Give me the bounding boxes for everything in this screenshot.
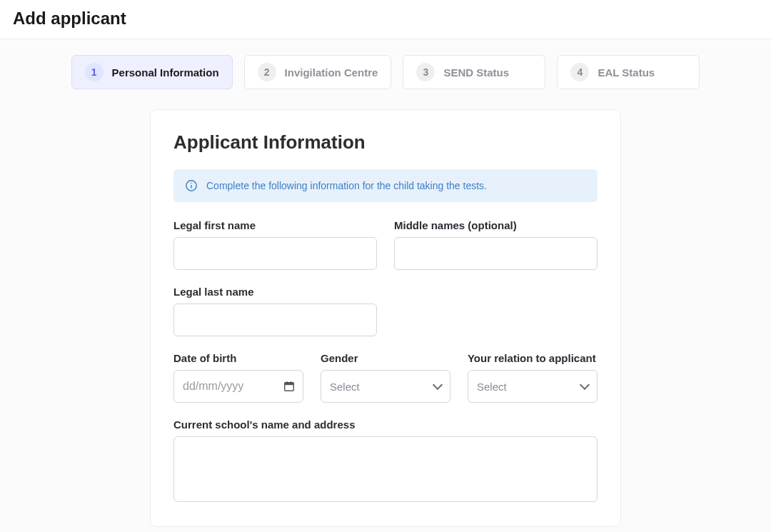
step-label: EAL Status	[598, 66, 655, 79]
relation-placeholder: Select	[477, 381, 507, 393]
svg-rect-4	[285, 383, 294, 386]
relation-label: Your relation to applicant	[468, 352, 598, 364]
last-name-label: Legal last name	[173, 286, 377, 298]
content-area: 1 Personal Information 2 Invigilation Ce…	[0, 39, 771, 532]
info-banner-text: Complete the following information for t…	[206, 180, 487, 191]
first-name-input[interactable]	[173, 237, 377, 270]
relation-select[interactable]: Select	[468, 370, 598, 403]
step-send-status[interactable]: 3 SEND Status	[403, 55, 545, 89]
step-eal-status[interactable]: 4 EAL Status	[557, 55, 700, 89]
step-label: Personal Information	[112, 66, 219, 79]
step-number-badge: 1	[85, 63, 104, 81]
step-label: SEND Status	[443, 66, 509, 79]
middle-names-input[interactable]	[394, 237, 598, 270]
step-personal-information[interactable]: 1 Personal Information	[71, 55, 233, 89]
step-label: Invigilation Centre	[285, 66, 378, 79]
dob-input[interactable]: dd/mm/yyyy	[173, 370, 303, 403]
dob-label: Date of birth	[173, 352, 303, 364]
card-title: Applicant Information	[173, 131, 598, 154]
chevron-down-icon	[433, 380, 443, 390]
applicant-form-card: Applicant Information Complete the follo…	[150, 109, 621, 527]
gender-placeholder: Select	[330, 381, 360, 393]
stepper: 1 Personal Information 2 Invigilation Ce…	[0, 55, 771, 89]
gender-label: Gender	[321, 352, 450, 364]
info-banner: Complete the following information for t…	[173, 169, 598, 202]
dob-placeholder: dd/mm/yyyy	[183, 380, 243, 393]
step-number-badge: 3	[416, 63, 435, 81]
step-number-badge: 4	[570, 63, 589, 81]
svg-point-2	[191, 183, 191, 184]
chevron-down-icon	[580, 380, 590, 390]
info-icon	[185, 179, 198, 192]
last-name-input[interactable]	[173, 303, 377, 336]
first-name-label: Legal first name	[173, 219, 377, 231]
gender-select[interactable]: Select	[321, 370, 450, 403]
step-number-badge: 2	[258, 63, 276, 81]
calendar-icon	[283, 380, 296, 393]
school-textarea[interactable]	[173, 436, 598, 502]
school-label: Current school's name and address	[173, 418, 598, 431]
page-title: Add applicant	[0, 0, 771, 39]
step-invigilation-centre[interactable]: 2 Invigilation Centre	[244, 55, 392, 89]
middle-names-label: Middle names (optional)	[394, 219, 598, 231]
